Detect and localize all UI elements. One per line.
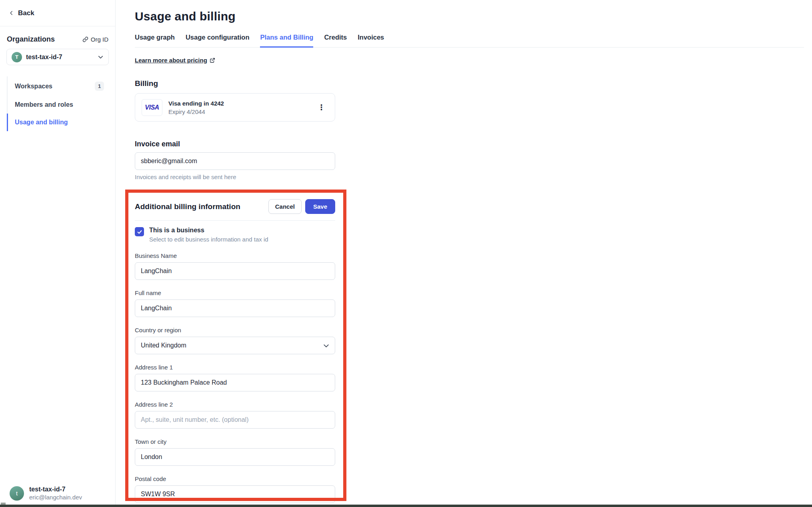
invoice-email-section-title: Invoice email xyxy=(135,140,335,148)
address-line-2-field[interactable] xyxy=(135,411,335,429)
back-button[interactable]: Back xyxy=(0,0,115,26)
business-name-label: Business Name xyxy=(135,252,335,259)
sidebar: Back Organizations Org ID T test-tax-id-… xyxy=(0,0,116,507)
billing-section-title: Billing xyxy=(135,79,335,88)
back-label: Back xyxy=(18,9,34,17)
chevron-left-icon xyxy=(9,10,14,16)
tab-usage-graph[interactable]: Usage graph xyxy=(135,34,175,47)
sidebar-item-usage-and-billing[interactable]: Usage and billing xyxy=(8,114,115,131)
divider xyxy=(135,220,335,221)
country-label: Country or region xyxy=(135,327,335,333)
chevron-down-icon xyxy=(323,342,330,349)
visa-logo: VISA xyxy=(142,99,162,116)
town-city-label: Town or city xyxy=(135,438,335,445)
business-checkbox-helper: Select to edit business information and … xyxy=(149,236,268,243)
payment-method-card: VISA Visa ending in 4242 Expiry 4/2044 ⋮ xyxy=(135,93,335,122)
country-select-value: United Kingdom xyxy=(141,342,186,349)
tab-credits[interactable]: Credits xyxy=(324,34,347,47)
visa-brand-text: VISA xyxy=(145,104,159,111)
postal-code-field[interactable] xyxy=(135,485,335,503)
card-expiry-text: Expiry 4/2044 xyxy=(168,108,224,115)
business-name-field[interactable] xyxy=(135,262,335,280)
sidebar-item-members-and-roles[interactable]: Members and roles xyxy=(8,96,115,114)
tab-bar: Usage graph Usage configuration Plans an… xyxy=(135,34,804,48)
country-select[interactable]: United Kingdom xyxy=(135,337,335,354)
additional-billing-title: Additional billing information xyxy=(135,202,240,211)
org-selector-dropdown[interactable]: T test-tax-id-7 xyxy=(6,49,109,65)
sidebar-item-label: Members and roles xyxy=(15,101,73,108)
bottom-bar xyxy=(0,505,812,507)
tab-plans-and-billing[interactable]: Plans and Billing xyxy=(260,34,313,48)
card-menu-kebab-icon[interactable]: ⋮ xyxy=(314,103,328,112)
invoice-email-input[interactable] xyxy=(135,152,335,170)
postal-code-label: Postal code xyxy=(135,475,335,482)
pricing-link[interactable]: Learn more about pricing xyxy=(135,57,215,64)
address-line-1-field[interactable] xyxy=(135,374,335,391)
cancel-button[interactable]: Cancel xyxy=(268,199,302,214)
sidebar-nav: Workspaces 1 Members and roles Usage and… xyxy=(7,76,115,131)
card-ending-text: Visa ending in 4242 xyxy=(168,100,224,107)
page-title: Usage and billing xyxy=(135,10,812,23)
full-name-field[interactable] xyxy=(135,299,335,317)
sidebar-item-label: Usage and billing xyxy=(15,119,68,126)
main-content: Usage and billing Usage graph Usage conf… xyxy=(116,0,812,507)
business-checkbox-label: This is a business xyxy=(149,227,268,234)
tab-usage-configuration[interactable]: Usage configuration xyxy=(186,34,250,47)
invoice-email-helper: Invoices and receipts will be sent here xyxy=(135,174,335,180)
pricing-link-label: Learn more about pricing xyxy=(135,57,207,64)
org-selector-name: test-tax-id-7 xyxy=(26,54,94,61)
org-id-label: Org ID xyxy=(91,36,108,43)
address-line-2-label: Address line 2 xyxy=(135,401,335,408)
save-button[interactable]: Save xyxy=(305,199,335,214)
user-avatar: t xyxy=(10,486,24,501)
user-email: eric@langchain.dev xyxy=(29,494,82,501)
workspaces-count-badge: 1 xyxy=(95,82,104,91)
current-user[interactable]: t test-tax-id-7 eric@langchain.dev xyxy=(10,486,82,501)
address-line-1-label: Address line 1 xyxy=(135,364,335,371)
sidebar-item-label: Workspaces xyxy=(15,83,52,90)
organizations-heading: Organizations xyxy=(7,35,55,44)
additional-billing-section: Additional billing information Cancel Sa… xyxy=(135,199,335,507)
business-checkbox[interactable] xyxy=(135,227,144,236)
org-avatar: T xyxy=(12,52,22,62)
usage-billing-page: Back Organizations Org ID T test-tax-id-… xyxy=(0,0,812,507)
checkmark-icon xyxy=(137,229,142,235)
user-name: test-tax-id-7 xyxy=(29,486,82,493)
org-id-link[interactable]: Org ID xyxy=(82,36,108,43)
sidebar-item-workspaces[interactable]: Workspaces 1 xyxy=(8,76,115,96)
full-name-label: Full name xyxy=(135,289,335,296)
town-city-field[interactable] xyxy=(135,448,335,466)
chevron-down-icon xyxy=(98,54,104,60)
tab-invoices[interactable]: Invoices xyxy=(358,34,384,47)
link-icon xyxy=(82,36,88,42)
external-link-icon xyxy=(210,58,215,63)
